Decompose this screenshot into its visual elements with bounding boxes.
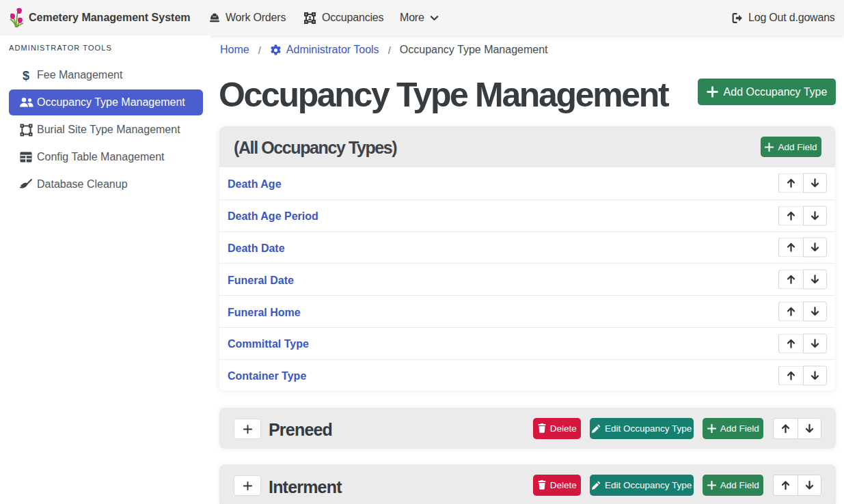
svg-text:$: $ [23,69,29,83]
